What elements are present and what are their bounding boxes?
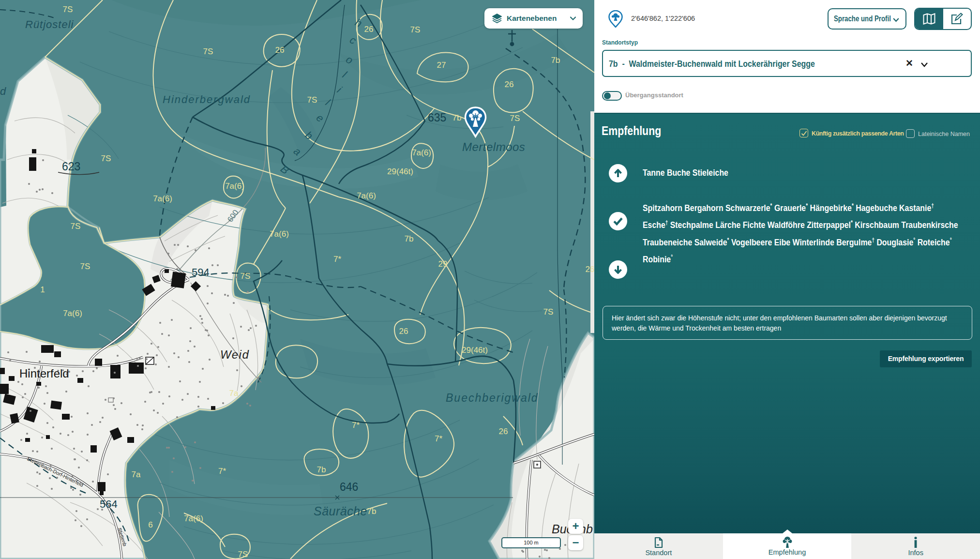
svg-text:7*: 7* [218, 467, 226, 476]
svg-text:Säuräche: Säuräche [314, 504, 367, 518]
svg-text:7a(6): 7a(6) [412, 148, 431, 157]
svg-text:Hinderbergwald: Hinderbergwald [163, 93, 251, 106]
svg-text:27: 27 [437, 60, 446, 70]
svg-text:646: 646 [340, 481, 358, 493]
svg-text:7S: 7S [71, 222, 81, 231]
svg-text:7*: 7* [352, 421, 360, 430]
svg-text:7S: 7S [238, 550, 248, 559]
svg-text:7b: 7b [367, 507, 377, 516]
svg-text:26: 26 [505, 80, 514, 89]
svg-text:564: 564 [100, 498, 118, 510]
svg-text:26: 26 [364, 25, 374, 34]
svg-text:7*: 7* [333, 255, 341, 264]
svg-text:7b: 7b [452, 113, 462, 122]
svg-text:29(46t): 29(46t) [387, 167, 413, 176]
svg-text:7S: 7S [63, 5, 73, 14]
svg-text:7b: 7b [405, 234, 414, 243]
svg-text:7S: 7S [241, 272, 251, 281]
svg-text:7a(6): 7a(6) [63, 309, 82, 318]
svg-text:26: 26 [399, 327, 408, 336]
svg-text:7S: 7S [80, 262, 90, 271]
svg-text:7S: 7S [543, 307, 554, 317]
svg-text:Rütjosteli: Rütjosteli [25, 18, 74, 30]
svg-text:6: 6 [148, 520, 152, 529]
svg-text:7b: 7b [317, 465, 326, 474]
svg-text:d: d [0, 85, 6, 97]
svg-text:29: 29 [438, 259, 448, 269]
svg-text:7S: 7S [410, 25, 421, 34]
svg-text:7S: 7S [203, 47, 213, 56]
svg-text:7a(6): 7a(6) [357, 191, 376, 200]
svg-text:7S: 7S [510, 114, 520, 123]
svg-text:Mertelmoos: Mertelmoos [462, 140, 525, 153]
svg-text:Weid: Weid [220, 348, 249, 361]
svg-text:Hinterfeld: Hinterfeld [19, 367, 69, 380]
svg-text:26: 26 [586, 265, 594, 274]
svg-text:623: 623 [62, 160, 80, 173]
svg-text:7a(6): 7a(6) [270, 229, 289, 239]
svg-text:29(46t): 29(46t) [462, 346, 488, 355]
svg-text:Buechberigwald: Buechberigwald [446, 392, 539, 404]
svg-text:7b: 7b [551, 56, 560, 65]
svg-text:26: 26 [499, 427, 508, 436]
svg-text:7a(6): 7a(6) [184, 514, 203, 523]
svg-text:7a: 7a [132, 470, 141, 479]
svg-text:635: 635 [428, 111, 446, 124]
svg-text:7a(6): 7a(6) [225, 181, 244, 191]
svg-text:26: 26 [275, 45, 285, 55]
svg-text:7a(6): 7a(6) [153, 194, 172, 203]
svg-text:7a: 7a [229, 389, 239, 398]
svg-text:7*: 7* [435, 434, 442, 443]
svg-text:7S: 7S [307, 95, 317, 105]
svg-text:7S: 7S [101, 154, 111, 163]
svg-text:1: 1 [40, 285, 45, 294]
svg-text:594: 594 [192, 266, 210, 278]
